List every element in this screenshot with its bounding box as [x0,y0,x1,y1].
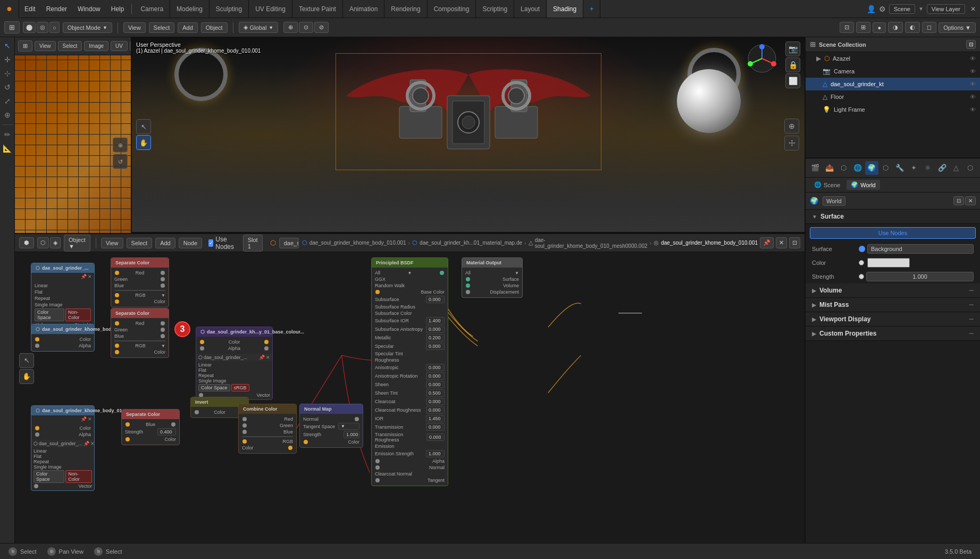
node-tex2[interactable]: ⬡ dae_soul_grinder_khome_body_01_mas... … [31,324,95,352]
vd-action-icon[interactable]: ··· [969,316,974,322]
options-btn[interactable]: ⊘ [314,22,329,33]
zoom-extent-btn[interactable]: ⊕ [784,119,799,134]
surface-section-header[interactable]: ▼ Surface [806,210,980,224]
menu-render[interactable]: Render [41,0,72,18]
use-nodes-toggle[interactable]: ✓ Use Nodes [205,236,240,251]
output-props-btn[interactable]: 📤 [823,161,836,175]
breadcrumb-item-1[interactable]: dae_soul_grinder_khome_body_010.001 [309,240,406,246]
tab-modeling[interactable]: Modeling [170,0,210,18]
tab-rendering[interactable]: Rendering [384,0,427,18]
viewport-gizmo[interactable]: Z X Y [746,43,778,76]
uv-view-btn[interactable]: View [35,41,56,51]
node-node-btn[interactable]: Node [179,238,202,248]
rotate-tool-icon[interactable]: ↺ [1,81,14,94]
outliner-item-azazel[interactable]: ▶ ⬡ Azazel 👁 [806,52,980,65]
modifier-props-btn[interactable]: 🔧 [893,161,907,175]
uv-editor-type-btn[interactable]: ⊞ [18,40,32,52]
node-tex3[interactable]: ⬡ dae_soul_grinder_khome_body_01_norm...… [31,405,95,491]
tab-layout[interactable]: Layout [514,0,547,18]
scene-tab[interactable]: 🌐 Scene [810,180,844,190]
node-normal-map[interactable]: Normal Map Normal Tangent Space ▼ Streng… [299,404,363,448]
object-menu-btn[interactable]: Object [201,22,228,33]
azazel-eye-icon[interactable]: 👁 [970,55,976,62]
colorspace-dropdown[interactable]: Color Space [35,308,64,321]
node-canvas[interactable]: 3 ⬡ dae_soul_grinder_... 📌 ✕ Linear [15,252,805,543]
node-select-tool[interactable]: ↖ [19,353,34,368]
bsdf-ccr-val[interactable]: 0.000 [426,406,445,414]
world-name-dropdown[interactable]: World [823,196,845,206]
node-view-btn[interactable]: View [101,238,123,248]
tab-add[interactable]: + [583,0,600,18]
mesh-eye-icon[interactable]: 👁 [970,81,976,87]
material-mode-btn[interactable]: ◎ [37,22,48,33]
annotate-tool-icon[interactable]: ✏ [1,128,14,141]
bsdf-cc-val[interactable]: 0.000 [426,398,445,405]
bsdf-met-val[interactable]: 0.200 [426,334,445,341]
uv-select-btn[interactable]: Select [58,41,82,51]
surface-type-name[interactable]: Background [867,244,974,254]
select-menu-btn[interactable]: Select [149,22,175,33]
node-select-btn[interactable]: Select [127,238,153,248]
base-cs-dd[interactable]: Color Space [198,384,230,391]
node-material-output[interactable]: Material Output All ▼ Surface [462,257,523,298]
add-menu-btn[interactable]: Add [178,22,198,33]
view-layer-selector[interactable]: View Layer [927,4,965,14]
tab-scripting[interactable]: Scripting [476,0,514,18]
tangent-dd[interactable]: ▼ [338,423,359,430]
node-combine[interactable]: Combine Color Red Green Bl [238,404,297,454]
material-props-btn[interactable]: ⬡ [964,161,977,175]
viewport-display-btn[interactable]: ◈ Global ▼ [239,22,279,33]
breadcrumb-item-4[interactable]: dae_soul_grinder_khome_body_010.001 [661,240,758,246]
slot-selector[interactable]: Slot 1 [243,235,263,252]
bsdf-ior-val[interactable]: 1.450 [426,415,445,422]
view-camera-btn[interactable]: 📷 [785,41,800,56]
constraints-props-btn[interactable]: 🔗 [936,161,949,175]
base-srgb-dd[interactable]: sRGB [231,384,249,391]
view-lock-btn[interactable]: 🔒 [785,57,800,72]
uv-canvas[interactable]: ⊕ ↺ [15,55,131,233]
physics-props-btn[interactable]: ⚛ [922,161,935,175]
mist-action-icon[interactable]: ··· [969,302,974,308]
data-props-btn[interactable]: △ [950,161,963,175]
node-pan-tool[interactable]: ✋ [19,369,34,384]
outliner-item-lightframe[interactable]: 💡 Light Frame 👁 [806,103,980,116]
node-material-name[interactable]: dae_soul_grinder_khome_body_010.001 [279,238,299,248]
base-pin[interactable]: 📌 [259,355,265,360]
overlay-btn[interactable]: ⊡ [840,22,854,33]
strength-number[interactable]: 1.000 [866,272,974,281]
node-separate3[interactable]: Separate Color Blue Strength 0.400 [121,409,180,445]
scene-selector[interactable]: Scene [889,4,915,14]
uv-image-btn[interactable]: Image [84,41,108,51]
custom-properties-section-header[interactable]: ▶ Custom Properties ··· [806,327,980,341]
pin-btn[interactable]: 📌 [760,237,774,248]
scene-props-btn[interactable]: 🌐 [851,161,865,175]
node-mode-icon1[interactable]: ⬡ [37,237,49,248]
undo-pin-btn[interactable]: ✕ [776,237,787,248]
bsdf-trans-val[interactable]: 0.000 [426,423,445,431]
cp-action-icon[interactable]: ··· [969,331,974,337]
node-separate1[interactable]: Separate Color Red Green B [111,257,169,307]
rendered-mode-btn[interactable]: ○ [49,22,60,33]
light-eye-icon[interactable]: 👁 [970,106,976,113]
node-x-icon[interactable]: ✕ [88,274,92,279]
settings-icon[interactable]: ⚙ [879,5,886,13]
tab-uv-editing[interactable]: UV Editing [249,0,292,18]
outliner-item-mesh[interactable]: △ dae_soul_grinder_kt 👁 [806,78,980,90]
volume-section-header[interactable]: ▶ Volume ··· [806,283,980,298]
menu-help[interactable]: Help [106,0,130,18]
transform-tool-icon[interactable]: ⊕ [1,109,14,121]
render-props-btn[interactable]: 🎬 [809,161,822,175]
floor-eye-icon[interactable]: 👁 [970,94,976,100]
outliner-item-camera[interactable]: 📷 Camera 👁 [806,65,980,78]
tex3-close2[interactable]: ✕ [90,441,95,446]
normal-str-val[interactable]: 1.000 [344,431,359,438]
shading-mode-wire[interactable]: ◻ [922,22,936,33]
tab-shading[interactable]: Shading [547,0,583,18]
world-copy-btn[interactable]: ⊡ [953,196,964,205]
node-separate2[interactable]: Separate Color Red Green B [111,308,169,358]
bsdf-ems-val[interactable]: 1.000 [426,450,445,457]
bsdf-spec-val[interactable]: 0.000 [426,343,445,350]
shading-mode-rendered[interactable]: ◐ [905,22,920,33]
tab-compositing[interactable]: Compositing [428,0,476,18]
options-dropdown-btn[interactable]: Options ▼ [939,22,976,33]
